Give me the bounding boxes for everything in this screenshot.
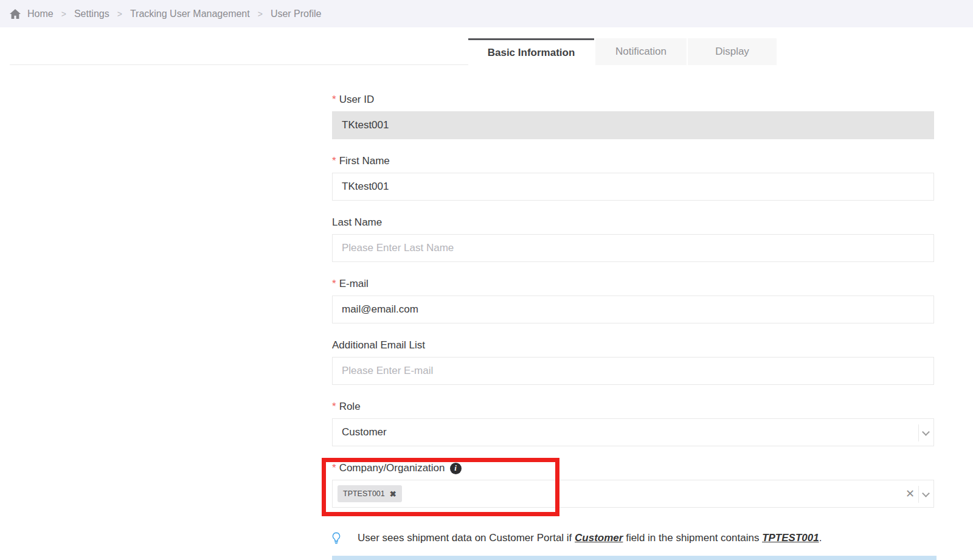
- last-name-input[interactable]: [332, 234, 934, 262]
- select-divider: [918, 424, 919, 441]
- clear-selection-icon[interactable]: ✕: [905, 480, 915, 507]
- user-profile-form: * User ID * First Name Last Name * E-mai…: [332, 93, 934, 523]
- chevron-down-icon[interactable]: [922, 489, 930, 497]
- required-asterisk: *: [332, 401, 336, 413]
- role-select[interactable]: Customer: [332, 418, 934, 446]
- breadcrumb-item-tracking-user-management[interactable]: Tracking User Management: [130, 9, 250, 19]
- chevron-right-icon: >: [61, 9, 66, 19]
- hint-customer-emphasis: Customer: [575, 532, 623, 544]
- first-name-input[interactable]: [332, 173, 934, 201]
- chevron-right-icon: >: [258, 9, 263, 19]
- required-asterisk: *: [332, 94, 336, 106]
- email-label: * E-mail: [332, 277, 934, 291]
- role-selected-value: Customer: [342, 426, 387, 438]
- hint-text: User sees shipment data on Customer Port…: [346, 520, 822, 556]
- info-alert-top-edge: [332, 556, 937, 560]
- required-asterisk: *: [332, 155, 336, 167]
- field-role: * Role Customer: [332, 400, 934, 446]
- chevron-down-icon[interactable]: [922, 428, 930, 436]
- tab-display[interactable]: Display: [688, 38, 777, 65]
- breadcrumb-item-settings[interactable]: Settings: [74, 9, 109, 19]
- company-tag: TPTEST001 ✖: [338, 485, 402, 502]
- field-last-name: Last Name: [332, 216, 934, 262]
- breadcrumb-item-user-profile: User Profile: [271, 9, 322, 19]
- user-id-input: [332, 111, 934, 139]
- email-input[interactable]: [332, 296, 934, 323]
- first-name-label: * First Name: [332, 154, 934, 168]
- tag-remove-icon[interactable]: ✖: [390, 489, 396, 499]
- tab-underline: [10, 64, 468, 65]
- company-organization-label: * Company/Organization i: [332, 461, 934, 475]
- tab-notification[interactable]: Notification: [595, 38, 687, 65]
- required-asterisk: *: [332, 278, 336, 290]
- required-asterisk: *: [332, 462, 336, 474]
- additional-email-label: Additional Email List: [332, 339, 934, 352]
- tab-basic-information[interactable]: Basic Information: [468, 38, 594, 65]
- field-email: * E-mail: [332, 277, 934, 323]
- field-company-organization: * Company/Organization i TPTEST001 ✖ ✕: [332, 461, 934, 508]
- additional-email-input[interactable]: [332, 357, 934, 385]
- hint-tptest001-emphasis: TPTEST001: [762, 532, 819, 544]
- role-label: * Role: [332, 400, 934, 413]
- breadcrumb-item-home[interactable]: Home: [27, 9, 54, 19]
- company-tag-label: TPTEST001: [343, 489, 385, 498]
- select-divider: [918, 486, 919, 503]
- field-additional-email: Additional Email List: [332, 339, 934, 385]
- breadcrumb: Home > Settings > Tracking User Manageme…: [0, 0, 973, 27]
- lightbulb-icon: [332, 532, 341, 545]
- last-name-label: Last Name: [332, 216, 934, 229]
- info-icon[interactable]: i: [450, 463, 462, 474]
- hint-row: User sees shipment data on Customer Port…: [332, 520, 822, 556]
- user-id-label: * User ID: [332, 93, 934, 106]
- home-icon[interactable]: [10, 9, 21, 19]
- chevron-right-icon: >: [117, 9, 122, 19]
- company-organization-select[interactable]: TPTEST001 ✖ ✕: [332, 480, 934, 508]
- field-user-id: * User ID: [332, 93, 934, 139]
- tab-bar: Basic Information Notification Display: [468, 38, 777, 65]
- field-first-name: * First Name: [332, 154, 934, 201]
